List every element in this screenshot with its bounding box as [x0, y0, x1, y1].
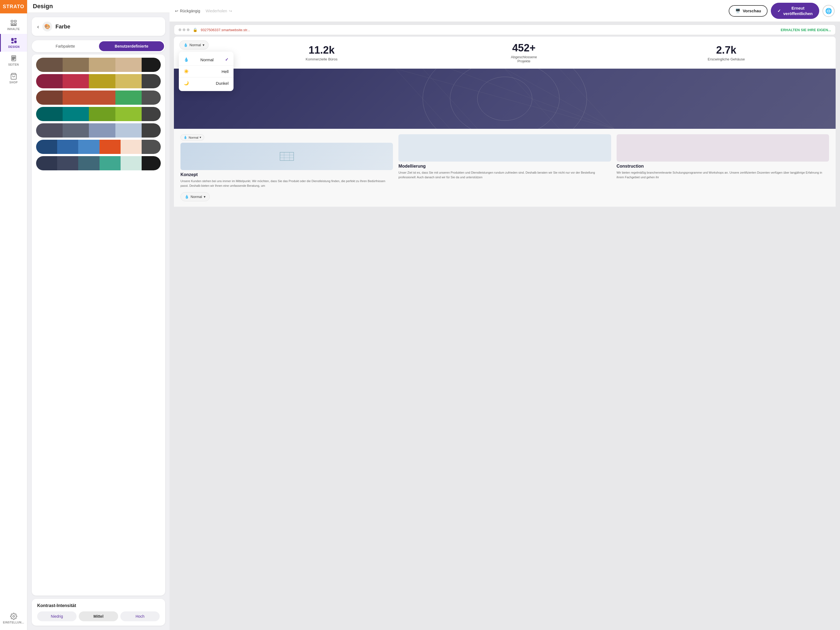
swatch-color — [78, 156, 99, 171]
swatch-color — [36, 90, 63, 105]
tab-farbpalette[interactable]: Farbpalette — [33, 41, 98, 51]
dropdown-bottom-label: Normal — [191, 195, 202, 199]
normal-dropdown-top[interactable]: 💧 Normal ▾ — [179, 41, 208, 49]
sidebar: STRATO INHALTE DESIGN SEITEN — [0, 0, 27, 630]
preview-icon: 🖥️ — [735, 8, 741, 13]
swatch-color — [115, 90, 142, 105]
sidebar-item-seiten[interactable]: SEITEN — [0, 52, 27, 69]
preview-button[interactable]: 🖥️ Vorschau — [729, 5, 767, 17]
sidebar-item-inhalte[interactable]: INHALTE — [0, 16, 27, 34]
color-title: Farbe — [55, 24, 70, 30]
main-area: Design ‹ 🎨 Farbe Farbpalette Benutzerdef… — [27, 0, 840, 630]
redo-icon: ↪ — [229, 9, 232, 13]
service-desc-2: Wir bieten regelmäßig branchenrelevante … — [617, 171, 829, 179]
sidebar-item-label-inhalte: INHALTE — [7, 28, 20, 31]
back-button[interactable]: ‹ — [37, 24, 39, 30]
svg-rect-11 — [12, 58, 15, 58]
swatch-row-6[interactable] — [36, 140, 161, 154]
swatch-color — [57, 156, 78, 171]
sidebar-item-shop[interactable]: SHOP — [0, 69, 27, 87]
redo-button[interactable]: Wiederholen ↪ — [205, 9, 232, 13]
dropdown-dunkel-icon: 🌙 — [184, 81, 189, 85]
dropdown-normal-label: Normal — [201, 57, 213, 62]
color-panel-header: ‹ 🎨 Farbe — [32, 17, 165, 36]
svg-rect-10 — [12, 57, 15, 57]
sidebar-logo: STRATO — [0, 0, 27, 13]
normal-badge-service-0[interactable]: 💧 Normal ▾ — [180, 134, 204, 141]
contrast-btn-hoch[interactable]: Hoch — [120, 611, 160, 621]
dropdown-top-label: Normal — [189, 43, 201, 47]
swatch-color — [89, 90, 115, 105]
address-url[interactable]: 9327506337.smartwebsite.str... — [201, 28, 777, 32]
panel-title: Design — [33, 3, 53, 10]
contrast-btn-niedrig[interactable]: Niedrig — [37, 611, 77, 621]
publish-button[interactable]: ✓ Erneut veröffentlichen — [771, 3, 819, 19]
svg-rect-4 — [11, 25, 16, 26]
hero-section — [174, 69, 835, 129]
undo-button[interactable]: ↩ Rückgängig — [175, 9, 200, 13]
preview-topbar: ↩ Rückgängig Wiederholen ↪ 🖥️ Vorschau ✓… — [169, 0, 840, 22]
right-panel: ↩ Rückgängig Wiederholen ↪ 🖥️ Vorschau ✓… — [169, 0, 840, 630]
swatch-row-5[interactable] — [36, 123, 161, 137]
globe-button[interactable]: 🌐 — [823, 5, 835, 17]
swatch-color — [89, 123, 115, 137]
dropdown-item-hell[interactable]: ☀️ Hell — [179, 66, 234, 77]
sidebar-item-label-seiten: SEITEN — [8, 63, 19, 66]
swatch-dark — [142, 90, 161, 105]
swatch-color — [89, 107, 115, 121]
swatch-color — [63, 123, 89, 137]
dropdown-menu: 💧 Normal ✓ ☀️ Hell 🌙 Dunkel — [179, 52, 234, 91]
swatch-color — [36, 140, 57, 154]
services-grid: 💧 Normal ▾ — [180, 134, 829, 188]
redo-label: Wiederholen — [205, 9, 227, 13]
svg-rect-3 — [14, 23, 16, 24]
stat-label-0: Kommerzielle Büros — [220, 57, 423, 61]
swatch-row-3[interactable] — [36, 90, 161, 105]
dropdown-top-icon: 💧 — [183, 43, 188, 47]
tab-benutzerdefinierte[interactable]: Benutzerdefinierte — [99, 41, 164, 51]
dropdown-item-normal[interactable]: 💧 Normal ✓ — [179, 54, 234, 66]
contrast-btn-mittel[interactable]: Mittel — [79, 611, 118, 621]
contrast-title: Kontrast-Intensität — [37, 603, 160, 608]
stat-number-0: 11.2k — [220, 44, 423, 56]
sidebar-item-design[interactable]: DESIGN — [0, 34, 27, 52]
dot-2 — [183, 28, 185, 31]
color-icon: 🎨 — [43, 22, 52, 32]
sidebar-item-einstellungen[interactable]: EINSTELLUN... — [0, 609, 27, 627]
preview-actions-right: 🖥️ Vorschau ✓ Erneut veröffentlichen 🌐 — [729, 3, 835, 19]
swatch-row-7[interactable] — [36, 156, 161, 171]
shop-icon — [10, 73, 17, 80]
browser-dots — [178, 28, 189, 31]
grid-icon — [10, 19, 17, 27]
svg-rect-6 — [14, 38, 17, 39]
swatch-row-2[interactable] — [36, 74, 161, 88]
swatch-dark — [142, 123, 161, 137]
swatch-dark — [142, 107, 161, 121]
palette-emoji: 🎨 — [44, 24, 50, 30]
service-title-0: Konzept — [180, 172, 393, 177]
undo-label: Rückgängig — [180, 9, 200, 13]
swatch-color — [63, 58, 89, 72]
dropdown-bottom-icon: 💧 — [185, 195, 189, 199]
swatch-row-1[interactable] — [36, 58, 161, 72]
dropdown-item-dunkel[interactable]: 🌙 Dunkel — [179, 77, 234, 89]
dropdown-check-normal: ✓ — [225, 57, 229, 62]
globe-icon: 🌐 — [825, 8, 832, 14]
swatch-row-4[interactable] — [36, 107, 161, 121]
settings-icon — [10, 613, 17, 620]
palette-tabs: Farbpalette Benutzerdefinierte — [32, 40, 165, 52]
stats-bar: 💧 Normal ▾ 💧 Normal ✓ ☀️ Hell — [174, 36, 835, 69]
address-bar: 🔒 9327506337.smartwebsite.str... ERHALTE… — [174, 25, 835, 35]
dropdown-hell-label: Hell — [221, 69, 229, 74]
svg-line-15 — [395, 69, 614, 129]
stat-item-1: 452+ Abgeschlossene Projekte — [423, 42, 625, 63]
stat-label-1: Abgeschlossene Projekte — [423, 55, 625, 63]
dot-1 — [178, 28, 181, 31]
service-title-1: Modellierung — [398, 164, 611, 169]
badge-chevron-0: ▾ — [200, 136, 201, 139]
service-card-2: Construction Wir bieten regelmäßig branc… — [617, 134, 829, 188]
normal-dropdown-bottom[interactable]: 💧 Normal ▾ — [180, 192, 210, 201]
panel-topbar: Design — [27, 0, 169, 13]
svg-rect-25 — [280, 152, 294, 161]
swatch-color — [36, 107, 63, 121]
